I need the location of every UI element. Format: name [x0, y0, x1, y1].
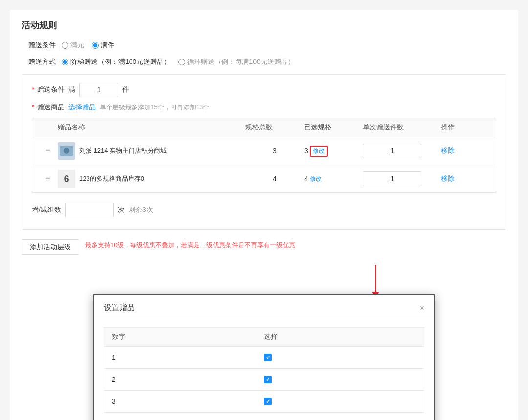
col-total-spec: 规格总数 — [245, 123, 304, 132]
product-icon-2: 6 — [58, 170, 75, 188]
product-cell-2: 6 123的多规格商品库存0 — [58, 170, 245, 188]
add-level-button[interactable]: 添加活动层级 — [22, 239, 79, 255]
dialog-close-button[interactable]: × — [420, 304, 424, 312]
qty-cell-1 — [363, 144, 441, 158]
gift-select-row: * 赠送商品 选择赠品 单个层级最多添加15个，可再添加13个 — [32, 103, 496, 112]
group-input[interactable] — [65, 203, 114, 217]
selected-spec-1: 3 修改 — [304, 146, 363, 157]
product-image-1 — [58, 142, 75, 160]
group-remaining: 剩余3次 — [129, 206, 153, 214]
col-qty: 单次赠送件数 — [363, 123, 441, 132]
qty-input-2[interactable] — [363, 171, 421, 186]
method-cycle-option[interactable]: 循环赠送（例：每满100元送赠品） — [178, 58, 294, 66]
qty-input-1[interactable] — [363, 144, 421, 158]
modify-button-1[interactable]: 修改 — [310, 146, 328, 157]
product-name-1: 刘派 1214 实物主门店积分商城 — [79, 147, 167, 155]
remove-button-1[interactable]: 移除 — [441, 147, 455, 155]
dialog-checkbox-1[interactable] — [264, 354, 272, 361]
total-spec-2: 4 — [245, 175, 304, 183]
condition-item-option[interactable]: 满件 — [92, 41, 114, 50]
col-action: 操作 — [441, 123, 490, 132]
condition-value-input[interactable] — [79, 83, 118, 97]
condition-yuan-radio[interactable] — [62, 42, 68, 49]
dialog-table: 数字 选择 1 2 3 — [104, 327, 424, 413]
modify-button-2[interactable]: 修改 — [310, 175, 322, 183]
action-cell-1: 移除 — [441, 147, 490, 155]
method-cycle-radio[interactable] — [178, 59, 185, 65]
condition-unit-after: 件 — [122, 85, 129, 94]
condition-radio-group: 满元 满件 — [62, 41, 114, 50]
dialog-checkbox-2[interactable] — [264, 376, 272, 383]
product-name-2: 123的多规格商品库存0 — [79, 174, 144, 183]
dialog-number-3: 3 — [112, 398, 264, 405]
group-label-text: 增/减组数 — [32, 206, 61, 214]
method-ladder-option[interactable]: 阶梯赠送（例：满100元送赠品） — [62, 58, 171, 66]
method-radio-group: 阶梯赠送（例：满100元送赠品） 循环赠送（例：每满100元送赠品） — [62, 58, 295, 66]
table-header: 赠品名称 规格总数 已选规格 单次赠送件数 操作 — [32, 118, 496, 137]
gift-method-label: 赠送方式 — [22, 58, 56, 66]
dialog-table-row: 2 — [104, 368, 424, 390]
dialog-header: 设置赠品 × — [94, 295, 434, 319]
col-selected-spec: 已选规格 — [304, 123, 363, 132]
dialog-col-number: 数字 — [112, 333, 264, 341]
group-row: 增/减组数 次 剩余3次 — [32, 199, 496, 221]
dialog-title: 设置赠品 — [104, 303, 135, 313]
red-arrow — [372, 265, 379, 298]
svg-point-2 — [64, 148, 69, 154]
action-cell-2: 移除 — [441, 174, 490, 183]
selected-spec-2: 4 修改 — [304, 175, 363, 183]
gift-method-row: 赠送方式 阶梯赠送（例：满100元送赠品） 循环赠送（例：每满100元送赠品） — [22, 58, 506, 66]
add-level-hint: 最多支持10级，每级优惠不叠加，若满足二级优惠条件后不再享有一级优惠 — [85, 241, 295, 250]
dialog-number-2: 2 — [112, 376, 264, 383]
dialog-body: 数字 选择 1 2 3 — [94, 319, 434, 420]
col-drag — [38, 123, 58, 132]
required-star: * — [32, 85, 34, 93]
gift-condition-label: 赠送条件 — [22, 41, 56, 50]
dialog-number-1: 1 — [112, 354, 264, 361]
add-level-row: 添加活动层级 最多支持10级，每级优惠不叠加，若满足二级优惠条件后不再享有一级优… — [22, 235, 506, 255]
gift-label-text: * 赠送商品 — [32, 103, 65, 112]
gift-table: 赠品名称 规格总数 已选规格 单次赠送件数 操作 ≡ — [32, 118, 496, 193]
condition-input-row: * 赠送条件 满 件 — [32, 83, 496, 97]
remove-button-2[interactable]: 移除 — [441, 174, 455, 183]
table-row: ≡ 6 123的多规格商品库存0 4 4 修改 移除 — [32, 165, 496, 192]
dialog-table-row: 3 — [104, 390, 424, 413]
dialog-table-header: 数字 选择 — [104, 327, 424, 346]
page-title: 活动规则 — [22, 20, 506, 31]
select-gift-button[interactable]: 选择赠品 — [68, 103, 96, 112]
gift-hint-text: 单个层级最多添加15个，可再添加13个 — [100, 103, 209, 112]
condition-input-label: * 赠送条件 — [32, 85, 65, 94]
col-name: 赠品名称 — [58, 123, 245, 132]
dialog-wrapper: 设置赠品 × 数字 选择 1 2 3 — [93, 294, 435, 420]
gift-condition-row: 赠送条件 满元 满件 — [22, 41, 506, 50]
condition-unit-before: 满 — [68, 85, 75, 94]
method-ladder-label: 阶梯赠送（例：满100元送赠品） — [70, 58, 171, 66]
method-ladder-radio[interactable] — [62, 59, 68, 65]
drag-handle-2[interactable]: ≡ — [38, 174, 58, 183]
dialog-col-select: 选择 — [264, 333, 416, 341]
section-box: * 赠送条件 满 件 * 赠送商品 选择赠品 单个层级最多添加15个，可再添加1… — [22, 74, 506, 230]
dialog-table-row: 1 — [104, 346, 424, 368]
method-cycle-label: 循环赠送（例：每满100元送赠品） — [187, 58, 294, 66]
condition-yuan-label: 满元 — [70, 41, 84, 50]
drag-handle-1[interactable]: ≡ — [38, 147, 58, 155]
group-unit: 次 — [118, 206, 125, 214]
qty-cell-2 — [363, 171, 441, 186]
gift-required-star: * — [32, 103, 34, 111]
condition-yuan-option[interactable]: 满元 — [62, 41, 84, 50]
condition-item-radio[interactable] — [92, 42, 99, 49]
dialog-checkbox-3[interactable] — [264, 398, 272, 405]
total-spec-1: 3 — [245, 147, 304, 155]
condition-item-label: 满件 — [101, 41, 114, 50]
arrow-line — [375, 265, 376, 292]
product-cell-1: 刘派 1214 实物主门店积分商城 — [58, 142, 245, 160]
table-row: ≡ 刘派 1214 实物主门店积分商城 3 3 修改 — [32, 137, 496, 165]
